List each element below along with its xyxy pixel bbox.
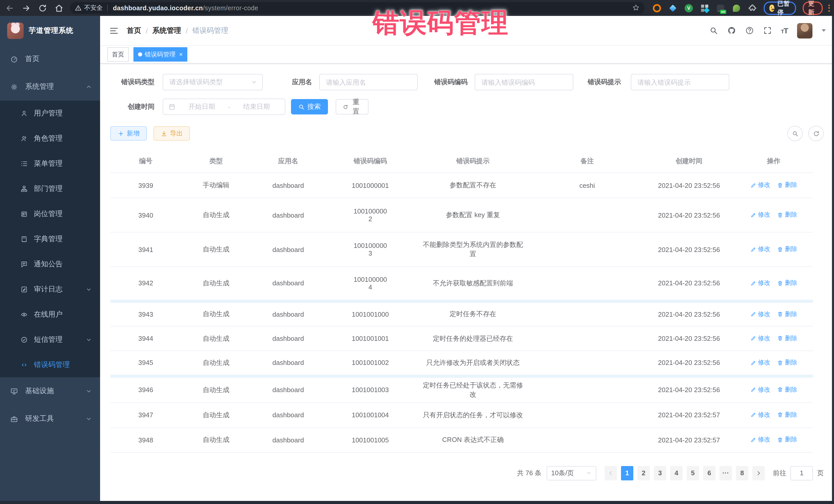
error-msg-input[interactable] [631, 74, 729, 90]
breadcrumb-home[interactable]: 首页 [127, 26, 141, 35]
add-button[interactable]: 新增 [110, 126, 147, 140]
sidebar-item-online-users[interactable]: 在线用户 [0, 302, 100, 327]
chevron-right-icon [755, 470, 762, 476]
toggle-search-button[interactable] [787, 126, 803, 141]
help-icon[interactable] [745, 26, 754, 35]
error-type-select[interactable]: 请选择错误码类型 [163, 74, 263, 90]
sidebar-item-departments[interactable]: 部门管理 [0, 176, 100, 201]
github-icon[interactable] [727, 26, 736, 35]
sidebar-item-system[interactable]: 系统管理 [0, 73, 100, 101]
sidebar-item-label: 角色管理 [34, 134, 63, 143]
edit-link[interactable]: 修改 [750, 358, 770, 367]
chrome-update-button[interactable]: 更新 [803, 1, 823, 15]
extension-orange-icon[interactable] [653, 4, 661, 12]
goto-page-input[interactable] [790, 466, 813, 480]
sidebar-item-users[interactable]: 用户管理 [0, 101, 100, 126]
sidebar-item-home[interactable]: 首页 [0, 45, 100, 73]
edit-link[interactable]: 修改 [750, 334, 770, 343]
page-button-6[interactable]: 6 [703, 466, 716, 480]
delete-link[interactable]: 删除 [777, 310, 797, 319]
date-range-picker[interactable]: 开始日期 - 结束日期 [163, 98, 285, 115]
hamburger-icon[interactable] [109, 26, 118, 35]
delete-link[interactable]: 删除 [777, 334, 797, 343]
sidebar-item-audit-log[interactable]: 审计日志 [0, 277, 100, 302]
sidebar-item-label: 菜单管理 [34, 159, 63, 168]
extension-switch-icon[interactable]: on [717, 4, 725, 12]
delete-link[interactable]: 删除 [777, 245, 797, 254]
extension-leaf-icon[interactable] [732, 4, 741, 12]
search-button[interactable]: 搜索 [291, 99, 328, 114]
extension-green-icon[interactable]: V [685, 4, 693, 12]
cell-remark [531, 376, 643, 402]
delete-link[interactable]: 删除 [777, 386, 797, 394]
page-button-4[interactable]: 4 [670, 466, 683, 480]
extension-grid-icon[interactable] [701, 4, 709, 12]
cell-id: 3940 [110, 198, 181, 232]
cell-time: 2021-04-20 23:52:56 [643, 198, 734, 232]
address-bar[interactable]: 不安全 dashboard.yudao.iocoder.cn/system/er… [70, 2, 644, 14]
table-row: 3943 自动生成 dashboard 1001001000 定时任务不存在 2… [110, 301, 813, 326]
user-avatar[interactable] [797, 23, 812, 38]
edit-link[interactable]: 修改 [750, 279, 770, 287]
sidebar-item-error-code[interactable]: 错误码管理 [0, 352, 100, 377]
breadcrumb-system[interactable]: 系统管理 [152, 26, 181, 35]
close-icon[interactable]: × [179, 51, 183, 58]
table-row: 3944 自动生成 dashboard 1001001001 定时任务的处理器已… [110, 326, 813, 351]
sidebar-item-sms[interactable]: 短信管理 [0, 327, 100, 352]
cell-remark [531, 198, 643, 232]
fullscreen-icon[interactable] [763, 26, 772, 35]
edit-link[interactable]: 修改 [750, 436, 770, 444]
reset-button[interactable]: 重置 [336, 99, 369, 114]
reload-icon[interactable] [38, 3, 47, 13]
back-icon[interactable] [5, 3, 14, 13]
sidebar-item-dict[interactable]: 字典管理 [0, 226, 100, 251]
page-button-2[interactable]: 2 [637, 466, 650, 480]
prev-page-button[interactable] [605, 466, 617, 480]
refresh-table-button[interactable] [808, 126, 824, 141]
cell-actions: 修改 删除 [734, 232, 813, 267]
delete-link[interactable]: 删除 [777, 181, 797, 190]
sidebar-item-menus[interactable]: 菜单管理 [0, 151, 100, 176]
error-code-input[interactable] [475, 74, 573, 90]
forward-icon[interactable] [22, 3, 31, 13]
profile-paused-chip[interactable]: 已暂停 [764, 1, 796, 15]
browser-menu-icon[interactable] [828, 4, 830, 12]
paused-label: 已暂停 [777, 0, 790, 17]
delete-link[interactable]: 删除 [777, 279, 797, 287]
edit-link[interactable]: 修改 [750, 211, 770, 219]
edit-link[interactable]: 修改 [750, 181, 770, 190]
edit-link[interactable]: 修改 [750, 245, 770, 254]
page-button-5[interactable]: 5 [687, 466, 699, 480]
edit-link[interactable]: 修改 [750, 386, 770, 394]
search-icon[interactable] [709, 26, 718, 35]
edit-link[interactable]: 修改 [750, 411, 770, 419]
tag-error-code[interactable]: 错误码管理 × [133, 47, 187, 62]
security-chip[interactable]: 不安全 [75, 4, 103, 12]
home-icon[interactable] [54, 3, 64, 13]
extensions-puzzle-icon[interactable] [748, 4, 756, 12]
page-button-1[interactable]: 1 [621, 466, 633, 480]
next-page-button[interactable] [752, 466, 765, 480]
page-button-8[interactable]: 8 [736, 466, 748, 480]
export-button[interactable]: 导出 [153, 126, 190, 140]
sidebar-item-infrastructure[interactable]: 基础设施 [0, 377, 100, 405]
delete-link[interactable]: 删除 [777, 411, 797, 419]
edit-link[interactable]: 修改 [750, 310, 770, 319]
delete-link[interactable]: 删除 [777, 358, 797, 367]
sidebar-item-dev-tools[interactable]: 研发工具 [0, 405, 100, 433]
delete-link[interactable]: 删除 [777, 211, 797, 219]
avatar-caret-icon[interactable] [822, 29, 826, 32]
tag-home[interactable]: 首页 [107, 47, 129, 62]
font-size-icon[interactable]: TT [781, 26, 788, 35]
sidebar-item-notice[interactable]: 通知公告 [0, 251, 100, 277]
page-ellipsis-button[interactable]: ··· [720, 466, 732, 480]
bookmark-star-icon[interactable] [632, 4, 640, 12]
page-size-select[interactable]: 10条/页 [547, 466, 596, 480]
page-button-3[interactable]: 3 [654, 466, 666, 480]
extension-gem-icon[interactable] [669, 4, 677, 12]
sidebar-item-posts[interactable]: 岗位管理 [0, 201, 100, 226]
delete-link[interactable]: 删除 [777, 436, 797, 444]
sidebar-item-roles[interactable]: 角色管理 [0, 126, 100, 151]
window-scrollbar[interactable] [832, 16, 834, 504]
app-name-input[interactable] [319, 74, 418, 90]
